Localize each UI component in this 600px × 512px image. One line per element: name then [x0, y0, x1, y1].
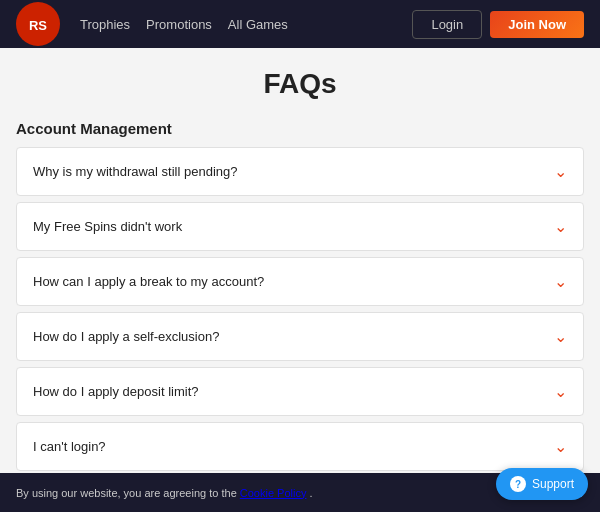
faq-list: Why is my withdrawal still pending? ⌄ My…	[16, 147, 584, 512]
header-right: Login Join Now	[412, 10, 584, 39]
page-title: FAQs	[16, 68, 584, 100]
login-button[interactable]: Login	[412, 10, 482, 39]
nav-all-games[interactable]: All Games	[228, 17, 288, 32]
faq-question: Why is my withdrawal still pending?	[33, 164, 237, 179]
faq-item[interactable]: Why is my withdrawal still pending? ⌄	[16, 147, 584, 196]
header-left: RS Trophies Promotions All Games	[16, 2, 288, 46]
join-now-button[interactable]: Join Now	[490, 11, 584, 38]
chevron-down-icon: ⌄	[554, 272, 567, 291]
section-title: Account Management	[16, 120, 584, 137]
faq-item[interactable]: How do I apply deposit limit? ⌄	[16, 367, 584, 416]
chevron-down-icon: ⌄	[554, 327, 567, 346]
nav-promotions[interactable]: Promotions	[146, 17, 212, 32]
faq-item[interactable]: How can I apply a break to my account? ⌄	[16, 257, 584, 306]
nav-links: Trophies Promotions All Games	[80, 17, 288, 32]
faq-item[interactable]: I can't login? ⌄	[16, 422, 584, 471]
chevron-down-icon: ⌄	[554, 162, 567, 181]
nav-trophies[interactable]: Trophies	[80, 17, 130, 32]
faq-question: How do I apply deposit limit?	[33, 384, 198, 399]
faq-item[interactable]: How do I apply a self-exclusion? ⌄	[16, 312, 584, 361]
faq-question: How can I apply a break to my account?	[33, 274, 264, 289]
support-button[interactable]: ? Support	[496, 468, 588, 500]
cookie-policy-link[interactable]: Cookie Policy	[240, 487, 307, 499]
logo-icon: RS	[16, 2, 60, 46]
support-label: Support	[532, 477, 574, 491]
support-icon: ?	[510, 476, 526, 492]
chevron-down-icon: ⌄	[554, 437, 567, 456]
chevron-down-icon: ⌄	[554, 382, 567, 401]
faq-question: I can't login?	[33, 439, 106, 454]
main-content: FAQs Account Management Why is my withdr…	[0, 48, 600, 512]
svg-text:RS: RS	[29, 18, 47, 33]
faq-question: How do I apply a self-exclusion?	[33, 329, 219, 344]
faq-question: My Free Spins didn't work	[33, 219, 182, 234]
header: RS Trophies Promotions All Games Login J…	[0, 0, 600, 48]
logo: RS	[16, 2, 60, 46]
faq-item[interactable]: My Free Spins didn't work ⌄	[16, 202, 584, 251]
chevron-down-icon: ⌄	[554, 217, 567, 236]
cookie-text: By using our website, you are agreeing t…	[16, 487, 313, 499]
